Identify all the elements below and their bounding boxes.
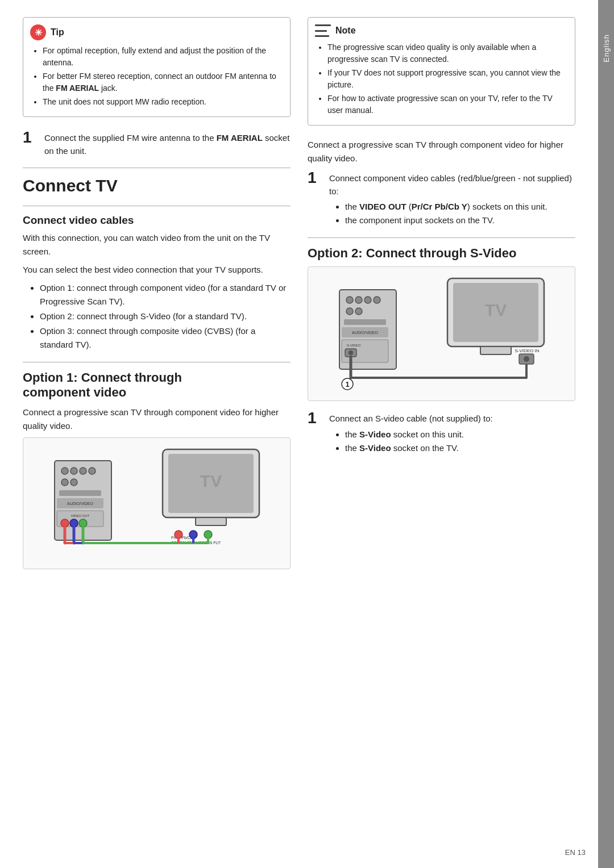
tip-item-1: For optimal reception, fully extend and … [43,45,281,69]
svg-point-38 [346,308,353,315]
step-component-cables: 1 Connect component video cables (red/bl… [308,170,575,227]
connect-tv-heading: Connect TV [23,176,291,195]
svg-text:VIDEO OUT: VIDEO OUT [70,514,89,518]
svg-point-34 [346,297,353,303]
tip-list: For optimal reception, fully extend and … [30,45,281,108]
cables-select-text: You can select the best video connection… [23,263,291,277]
note-item-2: If your TV does not support progressive … [327,67,566,91]
svg-point-6 [70,479,77,486]
component-video-svg: AUDIO/VIDEO VIDEO OUT TV [49,444,265,563]
svg-text:AUDIO/VIDEO: AUDIO/VIDEO [352,331,378,335]
svg-point-1 [61,468,68,474]
option1-heading: Option 1: Connect throughcomponent video [23,370,291,400]
svg-point-35 [355,297,362,303]
option-1-item: Option 1: connect through component vide… [40,281,291,308]
step-svideo-text: Connect an S-video cable (not supplied) … [329,410,493,455]
svg-point-5 [61,479,68,486]
svg-point-2 [70,468,77,474]
option2-heading: Option 2: Connect through S-Video [308,246,575,261]
note-icon [315,24,331,37]
svg-text:S-VIDEO IN: S-VIDEO IN [515,348,539,353]
note-item-1: The progressive scan video quality is on… [327,41,566,65]
svg-text:TV: TV [484,301,506,319]
svg-point-46 [349,350,353,355]
option1-body: Connect a progressive scan TV through co… [23,406,291,433]
diagram-s-video: AUDIO/VIDEO S-VIDEO TV S-VIDEO IN [308,266,575,401]
divider-1 [23,168,291,168]
options-list: Option 1: connect through component vide… [23,281,291,352]
step-svideo-bullet-2: the S-Video socket on the TV. [345,441,493,455]
svg-text:AUDIO/VIDEO: AUDIO/VIDEO [67,502,93,506]
divider-2 [23,206,291,206]
tip-box: ✳ Tip For optimal reception, fully exten… [23,17,291,117]
option-2-item: Option 2: connect through S-Video (for a… [40,310,291,323]
svg-point-54 [524,356,529,362]
svg-point-36 [364,297,371,303]
step-fm-aerial: 1 Connect the supplied FM wire antenna t… [23,130,291,157]
divider-3 [23,362,291,362]
step-1-bullet-2: the component input sockets on the TV. [345,214,575,227]
svg-point-4 [89,468,96,474]
svg-rect-51 [480,347,511,354]
diagram-component-video: AUDIO/VIDEO VIDEO OUT TV [23,437,291,569]
step-number-fm: 1 [23,130,36,157]
svg-point-37 [374,297,380,303]
svg-point-39 [355,308,362,315]
step-1-right-text: Connect component video cables (red/blue… [329,170,575,227]
step-text-fm: Connect the supplied FM wire antenna to … [44,130,291,157]
step-svideo-connect: 1 Connect an S-video cable (not supplied… [308,410,575,455]
step-num-1-right: 1 [308,170,321,227]
svg-rect-21 [196,518,226,525]
cables-intro-text: With this connection, you can watch vide… [23,231,291,258]
note-item-3: For how to activate progressive scan on … [327,93,566,116]
page-number: EN 13 [565,848,586,857]
svg-rect-40 [344,319,386,325]
step-1-bullets: the VIDEO OUT (Pr/Cr Pb/Cb Y) sockets on… [329,200,575,227]
language-label: English [602,34,611,62]
divider-right-1 [308,237,575,238]
progressive-scan-text: Connect a progressive scan TV through co… [308,138,575,165]
note-box: Note The progressive scan video quality … [308,17,575,126]
tip-icon: ✳ [30,24,46,40]
connect-video-cables-heading: Connect video cables [23,214,291,227]
svg-rect-7 [59,490,101,496]
svg-point-3 [80,468,86,474]
note-list: The progressive scan video quality is on… [315,41,566,116]
svg-text:TV: TV [200,471,221,490]
tip-title: Tip [51,27,64,37]
step-num-svideo: 1 [308,410,321,455]
option-3-item: Option 3: connect through composite vide… [40,324,291,352]
note-title: Note [335,26,356,36]
step-svideo-bullet-1: the S-Video socket on this unit. [345,428,493,441]
s-video-svg: AUDIO/VIDEO S-VIDEO TV S-VIDEO IN [334,273,550,395]
step-1-bullet-1: the VIDEO OUT (Pr/Cr Pb/Cb Y) sockets on… [345,200,575,214]
tip-item-3: The unit does not support MW radio recep… [43,96,281,108]
language-tab: English [598,0,614,868]
svg-text:S-VIDEO: S-VIDEO [346,344,360,347]
tip-item-2: For better FM stereo reception, connect … [43,70,281,94]
step-svideo-bullets: the S-Video socket on this unit. the S-V… [329,428,493,455]
svg-text:1: 1 [345,380,349,389]
